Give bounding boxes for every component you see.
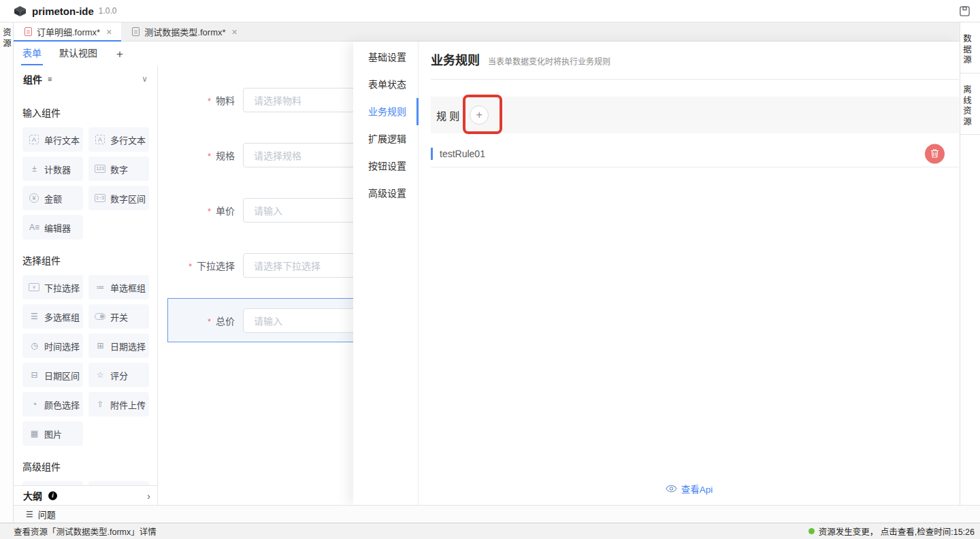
component-item[interactable]: 1~3数字区间 (88, 186, 149, 210)
file-tab-bar: 订单明细.formx*×测试数据类型.formx*× (14, 22, 960, 42)
status-bar: 查看资源「测试数据类型.formx」详情 资源发生变更， 点击查看,检查时间:1… (0, 523, 980, 539)
settings-menu-item[interactable]: 业务规则 (353, 98, 418, 125)
eye-icon (666, 485, 677, 493)
view-api-label[interactable]: 查看Api (681, 482, 713, 495)
settings-content: 业务规则 当表单数据变化时将执行业务规则 规 则 + testRule01 查看… (419, 42, 960, 505)
add-rule-button[interactable]: + (470, 105, 489, 125)
component-group-title: 高级组件 (14, 459, 157, 473)
left-resource-strip[interactable]: 资源 (0, 22, 14, 523)
save-icon[interactable] (959, 5, 970, 17)
date-picker-icon: ⊞ (95, 342, 106, 350)
form-field-label: * 物料 (158, 93, 235, 107)
component-panel-title: 组件 (23, 72, 42, 86)
component-item-label: 开关 (110, 310, 128, 323)
right-strip-item[interactable]: 数据源 (960, 22, 980, 74)
view-tab[interactable]: 默认视图 (59, 42, 97, 66)
rule-accent-bar (431, 148, 433, 160)
rating-icon: ☆ (95, 371, 106, 379)
component-item[interactable]: A单行文本 (22, 127, 83, 152)
component-item[interactable]: ⇧附件上传 (88, 392, 149, 416)
status-right-text[interactable]: 资源发生变更， 点击查看,检查时间:15:26 (819, 525, 975, 538)
component-grid: A单行文本A多行文本±计数器123数字¥金额1~3数字区间A≡编辑器 (14, 127, 157, 240)
component-item-label: 下拉选择 (44, 281, 80, 294)
view-tab[interactable]: 表单 (22, 42, 42, 66)
right-strip-item[interactable]: 离线资源 (960, 74, 980, 135)
component-item[interactable]: ◔颜色选择 (22, 392, 83, 416)
problems-bar[interactable]: ☰ 问题 (14, 505, 980, 523)
document-icon (24, 27, 32, 36)
component-item[interactable]: ⊟日期区间 (22, 363, 83, 387)
component-item-label: 计数器 (44, 163, 71, 176)
app-title: primeton-ide (32, 5, 94, 17)
component-item[interactable]: A多行文本 (88, 127, 149, 152)
component-item[interactable]: ∨下拉选择 (22, 275, 83, 299)
component-item[interactable]: ◷时间选择 (22, 333, 83, 358)
component-item-label: 多行文本 (110, 133, 146, 146)
right-strip-item-label[interactable]: 数据源 (960, 34, 980, 66)
component-item[interactable]: ⊞日期选择 (88, 333, 149, 358)
outline-bar[interactable]: 大纲 i › (14, 485, 158, 505)
settings-menu: 基础设置表单状态业务规则扩展逻辑按钮设置高级设置 (353, 42, 419, 505)
resource-strip-label[interactable]: 资源 (0, 28, 13, 49)
upload-icon: ⇧ (95, 400, 106, 408)
component-item-label: 日期区间 (44, 369, 80, 382)
delete-rule-button[interactable] (925, 144, 945, 163)
drag-handle-icon: ≡ (48, 75, 52, 83)
panel-subtitle: 当表单数据变化时将执行业务规则 (488, 55, 610, 67)
rules-header-label: 规 则 (436, 108, 459, 122)
rule-row[interactable]: testRule01 (431, 140, 959, 167)
view-api-link[interactable]: 查看Api (419, 482, 960, 495)
editor-icon: A≡ (29, 223, 40, 231)
currency-icon: ¥ (29, 193, 39, 203)
component-item[interactable]: ≔单选框组 (88, 275, 149, 299)
trash-icon (930, 149, 939, 159)
settings-drawer: 基础设置表单状态业务规则扩展逻辑按钮设置高级设置 业务规则 当表单数据变化时将执… (353, 42, 960, 505)
component-item[interactable]: ▦图片 (22, 421, 83, 446)
component-item[interactable]: 123数字 (88, 157, 149, 181)
settings-menu-item[interactable]: 扩展逻辑 (353, 125, 418, 152)
required-asterisk: * (208, 96, 211, 106)
settings-menu-item[interactable]: 基础设置 (353, 44, 418, 71)
file-tab[interactable]: 测试数据类型.formx*× (121, 22, 246, 41)
input-placeholder: 请选择物料 (254, 93, 301, 107)
add-view-button[interactable]: + (116, 48, 123, 60)
settings-menu-item[interactable]: 高级设置 (353, 180, 418, 207)
settings-menu-item[interactable]: 表单状态 (353, 71, 418, 98)
form-field-label: * 规格 (158, 148, 235, 162)
counter-icon: ± (29, 165, 40, 173)
chevron-down-icon[interactable]: ∨ (142, 74, 148, 84)
component-item-label: 评分 (110, 369, 128, 382)
document-icon (132, 27, 140, 36)
switch-icon (95, 313, 105, 320)
component-item[interactable]: A≡编辑器 (22, 215, 83, 240)
chevron-right-icon[interactable]: › (147, 490, 150, 502)
input-placeholder: 请输入 (254, 203, 282, 217)
file-tab[interactable]: 订单明细.formx*× (14, 22, 121, 41)
component-item[interactable]: ±计数器 (22, 157, 83, 181)
checkbox-group-icon: ☰ (29, 312, 40, 321)
component-item-label: 单行文本 (44, 133, 80, 146)
app-logo-icon (14, 5, 27, 17)
right-strip-item-label[interactable]: 离线资源 (960, 85, 980, 127)
date-range-icon: ⊟ (29, 371, 40, 379)
required-asterisk: * (208, 206, 211, 216)
panel-title: 业务规则 (431, 50, 480, 68)
status-right-group[interactable]: 资源发生变更， 点击查看,检查时间:15:26 (808, 525, 975, 538)
component-item-label: 数字区间 (110, 192, 146, 205)
multi-line-text-icon: A (95, 135, 105, 144)
single-line-text-icon: A (29, 135, 39, 144)
component-item[interactable]: ☰多选框组 (22, 304, 83, 329)
input-placeholder: 请输入 (254, 314, 282, 327)
image-icon: ▦ (29, 429, 40, 438)
status-left-text[interactable]: 查看资源「测试数据类型.formx」详情 (14, 525, 157, 538)
component-item[interactable]: ☆评分 (88, 363, 149, 387)
close-icon[interactable]: × (106, 27, 112, 37)
component-item[interactable]: ¥金额 (22, 186, 83, 210)
status-green-dot-icon (808, 528, 815, 534)
settings-menu-item[interactable]: 按钮设置 (353, 152, 418, 180)
component-item[interactable]: 开关 (88, 304, 149, 329)
radio-group-icon: ≔ (95, 283, 106, 291)
close-icon[interactable]: × (232, 27, 238, 37)
component-item-label: 数字 (110, 163, 128, 176)
top-bar: primeton-ide 1.0.0 (0, 0, 980, 22)
